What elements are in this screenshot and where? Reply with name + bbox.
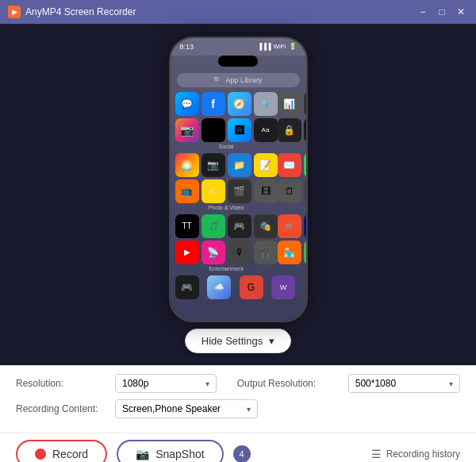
wifi-icon: WiFi xyxy=(274,43,286,50)
output-resolution-value: 500*1080 xyxy=(355,378,396,389)
hide-settings-button[interactable]: Hide Settings ▾ xyxy=(185,329,291,353)
app-section-row-3: TT 🎵 🎮 🎭 ▶ 📡 🎙 🎧 Entertainment xyxy=(175,214,301,274)
app-vid1: 📺 xyxy=(175,179,199,203)
menu-icon: ☰ xyxy=(371,448,382,460)
chevron-down-icon: ▾ xyxy=(269,335,274,347)
maximize-button[interactable]: □ xyxy=(435,5,449,19)
recording-content-select[interactable]: Screen,Phone Speaker ▾ xyxy=(115,399,258,418)
app-ent3: 🎮 xyxy=(228,214,251,238)
productivity-label: Productivity xyxy=(278,205,306,210)
app-util2: 🔧 xyxy=(304,92,306,116)
app-util5: 🔒 xyxy=(278,118,301,142)
app-twitter: ✖ xyxy=(202,118,225,142)
app-photos: 🌅 xyxy=(175,153,199,177)
recording-content-chevron-icon: ▾ xyxy=(247,405,251,414)
app-appstore: 🅰 xyxy=(228,118,251,142)
search-label: App Library xyxy=(225,76,262,84)
phone-screen: 8:13 ▐▐▐ WiFi 🔋 🔍 App Library xyxy=(169,37,308,322)
photo-video-label: Photo & Video xyxy=(175,205,278,210)
close-button[interactable]: ✕ xyxy=(454,5,468,19)
title-bar: ▶ AnyMP4 Screen Recorder − □ ✕ xyxy=(0,0,476,24)
snapshot-label: SnapShot xyxy=(155,448,205,460)
phone-status-bar: 8:13 ▐▐▐ WiFi 🔋 xyxy=(171,38,306,56)
app-weather: ☁️ xyxy=(207,275,231,299)
app-facebook: f xyxy=(202,92,225,116)
app-vid2: ⭐ xyxy=(202,179,225,203)
app-files: 📁 xyxy=(228,153,251,177)
shopping-food-label: Shopping & Food xyxy=(278,266,306,271)
battery-icon: 🔋 xyxy=(289,43,297,50)
app-vid3: 🎬 xyxy=(228,179,251,203)
record-button[interactable]: Record xyxy=(16,440,107,463)
app-lazada: L xyxy=(304,214,306,238)
resolution-chevron-icon: ▾ xyxy=(205,379,209,388)
app-prod5: 🗒 xyxy=(278,179,301,203)
hide-settings-label: Hide Settings xyxy=(202,335,263,347)
settings-panel: Resolution: 1080p ▾ Output Resolution: 5… xyxy=(0,365,476,433)
count-badge[interactable]: 4 xyxy=(233,445,251,463)
main-preview-area: 8:13 ▐▐▐ WiFi 🔋 🔍 App Library xyxy=(0,24,476,365)
app-notes: 📝 xyxy=(254,153,278,177)
record-dot-icon xyxy=(35,449,46,460)
app-settings: ⚙️ xyxy=(254,92,278,116)
window-controls: − □ ✕ xyxy=(416,5,468,19)
search-icon: 🔍 xyxy=(213,76,222,84)
output-resolution-label: Output Resolution: xyxy=(237,378,340,389)
app-game: 🎮 xyxy=(175,275,199,299)
app-ent8: 🎧 xyxy=(254,241,278,264)
app-camera: 📷 xyxy=(202,153,225,177)
entertainment-label: Entertainment xyxy=(175,266,278,271)
app-prod6: 📋 xyxy=(304,179,306,203)
app-ent4: 🎭 xyxy=(254,214,278,238)
app-title: AnyMP4 Screen Recorder xyxy=(25,6,416,17)
app-tiktok: TT xyxy=(175,214,199,238)
app-youtube: ▶ xyxy=(175,241,199,264)
app-safari: 🧭 xyxy=(228,92,251,116)
recording-history-label: Recording history xyxy=(386,449,460,460)
app-messenger: 💬 xyxy=(175,92,199,116)
app-util6: 🗂 xyxy=(304,118,306,142)
signal-icon: ▐▐▐ xyxy=(257,43,271,50)
app-wondr: W xyxy=(271,275,295,299)
app-google: G xyxy=(240,275,263,299)
app-ent7: 🎙 xyxy=(228,241,251,264)
phone-search-bar: 🔍 App Library xyxy=(177,73,300,87)
camera-icon: 📷 xyxy=(136,448,149,460)
status-time: 8:13 xyxy=(180,43,194,51)
app-icon: ▶ xyxy=(8,6,21,18)
app-shopee: 🛒 xyxy=(278,214,301,238)
record-label: Record xyxy=(52,448,88,460)
app-section-row-4: 🎮 ☁️ G W xyxy=(175,275,301,301)
app-ent6: 📡 xyxy=(202,241,225,264)
resolution-row: Resolution: 1080p ▾ Output Resolution: 5… xyxy=(16,374,460,393)
app-prod2: 📅 xyxy=(304,153,306,177)
app-section-row-1: 💬 f 🧭 ⚙️ 📷 ✖ 🅰 Aa Social xyxy=(175,92,301,152)
app-vid4: 🎞 xyxy=(254,179,278,203)
resolution-value: 1080p xyxy=(122,378,148,389)
minimize-button[interactable]: − xyxy=(416,5,430,19)
app-section-row-2: 🌅 📷 📁 📝 📺 ⭐ 🎬 🎞 Photo & Video xyxy=(175,153,301,213)
social-label: Social xyxy=(175,144,278,149)
recording-content-label: Recording Content: xyxy=(16,403,107,414)
app-shop4: 🌿 xyxy=(304,241,306,264)
app-shop3: 🏪 xyxy=(278,241,301,264)
recording-content-row: Recording Content: Screen,Phone Speaker … xyxy=(16,399,460,418)
app-gmail: ✉️ xyxy=(278,153,301,177)
resolution-label: Resolution: xyxy=(16,378,107,389)
phone-preview: 8:13 ▐▐▐ WiFi 🔋 🔍 App Library xyxy=(169,37,308,353)
recording-history-button[interactable]: ☰ Recording history xyxy=(371,448,460,460)
output-resolution-chevron-icon: ▾ xyxy=(449,379,453,388)
app-spotify: 🎵 xyxy=(202,214,225,238)
recording-content-value: Screen,Phone Speaker xyxy=(122,403,221,414)
snapshot-button[interactable]: 📷 SnapShot xyxy=(117,440,224,463)
action-bar: Record 📷 SnapShot 4 ☰ Recording history xyxy=(0,433,476,462)
app-instagram: 📷 xyxy=(175,118,199,142)
app-util1: 📊 xyxy=(278,92,301,116)
utilities-label: Utilities xyxy=(278,144,306,149)
output-resolution-select[interactable]: 500*1080 ▾ xyxy=(348,374,460,393)
app-misc: Aa xyxy=(254,118,278,142)
resolution-select[interactable]: 1080p ▾ xyxy=(115,374,217,393)
